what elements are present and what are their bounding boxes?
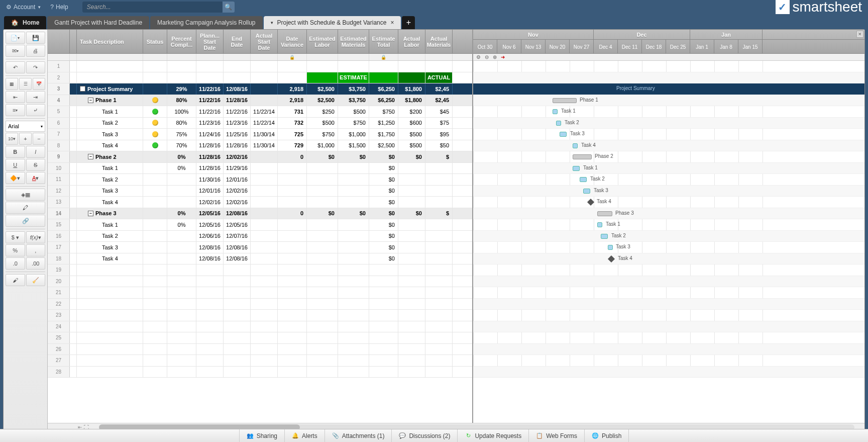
link-button[interactable]: 🔗	[6, 215, 45, 227]
collapse-icon[interactable]: −	[88, 98, 93, 103]
search-button[interactable]: 🔍	[223, 2, 235, 13]
zoom-out-icon[interactable]: ⊖	[485, 54, 489, 60]
gantt-bar[interactable]	[573, 143, 578, 148]
strikethrough-button[interactable]: S	[26, 159, 46, 171]
font-increase-button[interactable]: +	[19, 133, 32, 145]
gantt-bar[interactable]	[560, 132, 567, 137]
table-row[interactable]: 26	[48, 344, 472, 356]
increase-decimal-button[interactable]: .00	[26, 257, 46, 270]
table-row[interactable]: 12Task 312/01/1612/02/16$0	[48, 186, 472, 197]
column-header[interactable]: End Date	[224, 30, 251, 53]
gantt-body[interactable]: Project SummaryPhase 1Task 1Task 2Task 3…	[473, 61, 864, 378]
highlight-button[interactable]: 🖍	[6, 202, 45, 214]
gantt-row[interactable]	[473, 106, 864, 118]
gantt-row[interactable]	[473, 299, 864, 310]
redo-button[interactable]: ↷	[26, 61, 46, 73]
gantt-row[interactable]	[473, 208, 864, 220]
gantt-bar[interactable]	[597, 211, 612, 216]
gantt-row[interactable]	[473, 367, 864, 378]
conditional-format-button[interactable]: ◈▦	[6, 189, 45, 201]
column-header[interactable]: Estimated Materials	[338, 30, 369, 53]
gantt-settings-icon[interactable]: ⚙	[476, 54, 481, 60]
table-row[interactable]: 17Task 312/08/1612/08/16$0	[48, 242, 472, 253]
undo-button[interactable]: ↶	[6, 61, 25, 73]
thousands-button[interactable]: ,	[26, 244, 46, 256]
gantt-row[interactable]	[473, 174, 864, 186]
gantt-bar[interactable]	[573, 166, 580, 171]
gantt-row[interactable]	[473, 276, 864, 288]
table-row[interactable]: 22	[48, 299, 472, 310]
column-header[interactable]: Estimated Labor	[307, 30, 338, 53]
indent-button[interactable]: ⇤	[6, 91, 25, 103]
table-row[interactable]: 16Task 212/06/1612/07/16$0	[48, 231, 472, 242]
table-row[interactable]: 13Task 412/02/1612/02/16$0	[48, 197, 472, 208]
font-size-select[interactable]: 10 ▾	[6, 133, 18, 145]
attachments-button[interactable]: 📎Attachments (1)	[325, 429, 392, 443]
column-header[interactable]: Plann... Start Date	[196, 30, 224, 53]
table-row[interactable]: 2ESTIMATEACTUAL	[48, 72, 472, 84]
gantt-row[interactable]	[473, 253, 864, 265]
alerts-button[interactable]: 🔔Alerts	[285, 429, 325, 443]
column-header[interactable]: Actual Labor	[398, 30, 425, 53]
gantt-row[interactable]	[473, 197, 864, 208]
table-row[interactable]: 1	[48, 61, 472, 72]
discussions-button[interactable]: 💬Discussions (2)	[392, 429, 458, 443]
gantt-row[interactable]	[473, 332, 864, 344]
save-button[interactable]: 💾	[26, 32, 46, 44]
tab-marketing[interactable]: Marketing Campaign Analysis Rollup	[150, 16, 262, 29]
table-row[interactable]: 24	[48, 321, 472, 333]
column-header[interactable]: Date Variance	[278, 30, 307, 53]
table-row[interactable]: 25	[48, 332, 472, 344]
tab-gantt-project[interactable]: Gantt Project with Hard Deadline	[47, 16, 149, 29]
table-row[interactable]: 28	[48, 367, 472, 378]
table-row[interactable]: 21	[48, 287, 472, 299]
gantt-row[interactable]	[473, 72, 864, 84]
gantt-row[interactable]	[473, 242, 864, 253]
percent-button[interactable]: %	[6, 244, 25, 256]
table-row[interactable]: 15Task 10%12/05/1612/05/16$0	[48, 219, 472, 231]
print-button[interactable]: 🖨	[26, 45, 46, 57]
sharing-button[interactable]: 👥Sharing	[239, 429, 285, 443]
gantt-bar[interactable]	[597, 222, 602, 227]
tab-dropdown-icon[interactable]: ▾	[271, 20, 273, 25]
publish-button[interactable]: 🌐Publish	[585, 429, 629, 443]
table-row[interactable]: 27	[48, 355, 472, 367]
wrap-button[interactable]: ⤶	[26, 104, 46, 116]
gantt-row[interactable]	[473, 231, 864, 242]
gantt-row[interactable]	[473, 140, 864, 152]
collapse-icon[interactable]: −	[88, 154, 93, 159]
table-row[interactable]: 5Task 1100%11/22/1611/22/1611/22/14731$2…	[48, 106, 472, 118]
gantt-row[interactable]	[473, 186, 864, 197]
italic-button[interactable]: I	[26, 146, 46, 158]
align-left-button[interactable]: ≡▾	[6, 104, 25, 116]
search-input[interactable]: Search...	[82, 2, 223, 13]
column-header[interactable]: Estimate Total	[369, 30, 398, 53]
add-tab-button[interactable]: +	[402, 16, 415, 29]
column-header[interactable]: Actual Materials	[425, 30, 453, 53]
font-select[interactable]: Arial ▾	[6, 121, 45, 132]
gantt-row[interactable]	[473, 95, 864, 107]
table-row[interactable]: 8Task 470%11/28/1611/28/1611/30/14729$1,…	[48, 140, 472, 152]
column-header[interactable]: Actual Start Date	[251, 30, 278, 53]
gantt-row[interactable]	[473, 163, 864, 174]
gantt-row[interactable]	[473, 118, 864, 129]
column-header[interactable]: Percent Compl...	[167, 30, 196, 53]
gantt-bar[interactable]	[553, 109, 558, 114]
gantt-row[interactable]	[473, 151, 864, 163]
table-row[interactable]: 9−Phase 20%11/28/1612/02/160$0$0$0$0$	[48, 151, 472, 163]
outdent-button[interactable]: ⇥	[26, 91, 46, 103]
clear-format-button[interactable]: 🧹	[26, 274, 46, 286]
close-icon[interactable]: ×	[390, 19, 394, 26]
grid-body[interactable]: 12ESTIMATEACTUAL3−Project Summary29%11/2…	[48, 61, 472, 378]
collapse-icon[interactable]: −	[88, 211, 93, 216]
calendar-view-button[interactable]: 📅	[33, 78, 45, 90]
tab-project-variance[interactable]: ▾ Project with Schedule & Budget Varianc…	[264, 16, 401, 29]
gantt-row[interactable]	[473, 83, 864, 95]
table-row[interactable]: 23	[48, 310, 472, 321]
gantt-row[interactable]	[473, 321, 864, 333]
underline-button[interactable]: U	[6, 159, 25, 171]
table-row[interactable]: 18Task 412/08/1612/08/16$0	[48, 253, 472, 265]
column-header[interactable]: Status	[143, 30, 167, 53]
goto-today-icon[interactable]: ➜	[501, 54, 505, 60]
table-row[interactable]: 14−Phase 30%12/05/1612/08/160$0$0$0$0$	[48, 208, 472, 220]
